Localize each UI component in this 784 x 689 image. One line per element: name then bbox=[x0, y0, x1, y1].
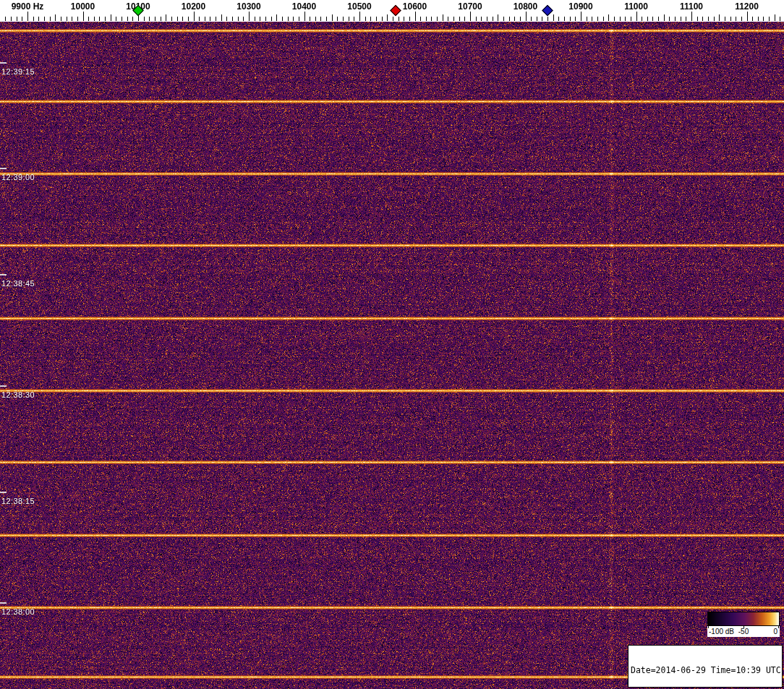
colorbar-labels: -100 dB -50 0 bbox=[707, 626, 780, 637]
time-tick bbox=[0, 168, 7, 169]
time-label: 12:38:45 bbox=[1, 279, 35, 288]
freq-tick-label: 10200 bbox=[182, 1, 205, 12]
freq-tick-label: 10500 bbox=[347, 1, 371, 12]
info-line-date: Date=2014-06-29 Time=10:39 UTC bbox=[631, 666, 780, 675]
freq-tick-label: 10700 bbox=[458, 1, 482, 12]
freq-tick-label: 9900 Hz bbox=[12, 1, 44, 12]
time-tick bbox=[0, 602, 7, 604]
freq-tick-label: 11000 bbox=[624, 1, 648, 12]
freq-tick-label: 10000 bbox=[71, 1, 95, 12]
time-tick bbox=[0, 492, 7, 493]
colorbar-gradient bbox=[707, 612, 780, 626]
freq-tick-label: 10800 bbox=[514, 1, 537, 12]
colorbar-max-label: 0 bbox=[773, 626, 777, 637]
time-label: 12:38:30 bbox=[1, 390, 35, 399]
freq-tick-label: 10300 bbox=[237, 1, 260, 12]
freq-tick-label: 11200 bbox=[735, 1, 759, 12]
time-label: 12:38:00 bbox=[1, 607, 35, 616]
colorbar-min-label: -100 dB bbox=[709, 626, 734, 637]
time-label: 12:39:15 bbox=[1, 67, 35, 76]
time-tick bbox=[0, 274, 7, 275]
freq-tick-label: 10600 bbox=[403, 1, 427, 12]
legend-tick bbox=[708, 626, 709, 628]
freq-tick-label: 10400 bbox=[292, 1, 316, 12]
time-tick bbox=[0, 62, 7, 64]
freq-tick-label: 11100 bbox=[680, 1, 703, 12]
info-box: Date=2014-06-29 Time=10:39 UTC Freq=143 … bbox=[628, 645, 783, 688]
time-label: 12:38:15 bbox=[1, 497, 35, 505]
freq-tick-label: 10900 bbox=[568, 1, 592, 12]
waterfall-canvas[interactable] bbox=[0, 22, 784, 689]
legend-tick bbox=[743, 626, 744, 628]
colorbar-legend: -100 dB -50 0 bbox=[707, 612, 780, 637]
frequency-ruler[interactable]: 9900 Hz100001010010200103001040010500106… bbox=[0, 0, 784, 22]
time-label: 12:39:00 bbox=[1, 173, 35, 181]
meteor-echo-spectrogram: 9900 Hz100001010010200103001040010500106… bbox=[0, 0, 784, 689]
legend-tick bbox=[778, 626, 779, 628]
time-tick bbox=[0, 385, 7, 387]
